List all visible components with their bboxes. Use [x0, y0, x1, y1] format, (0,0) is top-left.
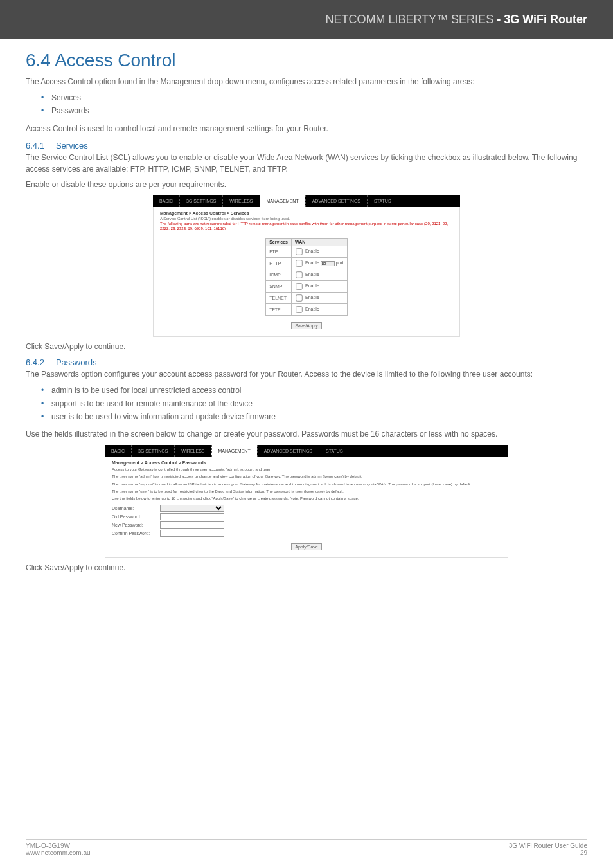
page-header-band: NETCOMM LIBERTY™ SERIES - 3G WiFi Router [0, 0, 613, 39]
subsection-642-heading: 6.4.2Passwords [26, 357, 587, 367]
intro2-text: Access Control is used to control local … [26, 123, 587, 134]
svc-name: TFTP [266, 304, 292, 316]
continue-text-1: Click Save/Apply to continue. [26, 342, 587, 351]
pw-p4: The user name "user" is to be used for r… [112, 489, 501, 494]
note-line1: A Service Control List ("SCL") enables o… [160, 217, 290, 221]
table-row: FTP Enable [266, 246, 348, 258]
services-screenshot: BASIC 3G SETTINGS WIRELESS MANAGEMENT AD… [153, 195, 460, 337]
enable-label: Enable [305, 284, 319, 289]
table-row: TFTP Enable [266, 304, 348, 316]
scl-note: A Service Control List ("SCL") enables o… [160, 217, 453, 231]
svc-name: TELNET [266, 293, 292, 304]
tab-bar: BASIC 3G SETTINGS WIRELESS MANAGEMENT AD… [153, 195, 460, 207]
bullet-item: admin is to be used for local unrestrict… [51, 384, 587, 397]
brand-left: NETCOMM LIBERTY™ SERIES [325, 13, 493, 26]
brand-text: NETCOMM LIBERTY™ SERIES - 3G WiFi Router [325, 13, 587, 26]
http-port-input[interactable] [321, 261, 335, 266]
username-label: Username: [112, 506, 160, 511]
enable-checkbox-telnet[interactable] [296, 294, 302, 301]
subsection-number: 6.4.1 [26, 141, 44, 150]
services-table: Services WAN FTP Enable HTTP Enable port… [265, 238, 348, 316]
tab-basic[interactable]: BASIC [153, 195, 179, 207]
apply-save-button[interactable]: Apply/Save [291, 543, 321, 550]
bullet-item: Services [51, 91, 587, 104]
svc-name: HTTP [266, 258, 292, 269]
table-row: SNMP Enable [266, 281, 348, 293]
tab-bar: BASIC 3G SETTINGS WIRELESS MANAGEMENT AD… [105, 445, 508, 457]
page-title: 6.4 Access Control [26, 50, 587, 71]
pw-p3: The user name "support" is used to allow… [112, 482, 501, 487]
enable-label: Enable [305, 273, 319, 277]
old-password-label: Old Password: [112, 514, 160, 519]
tab-management[interactable]: MANAGEMENT [260, 195, 305, 207]
brand-right: - 3G WiFi Router [497, 13, 587, 26]
tab-advanced-settings[interactable]: ADVANCED SETTINGS [257, 445, 319, 457]
footer-url: www.netcomm.com.au [26, 849, 91, 856]
confirm-password-input[interactable] [160, 530, 224, 537]
table-row: TELNET Enable [266, 293, 348, 304]
intro-text: The Access Control option found in the M… [26, 76, 587, 87]
port-label: port [336, 261, 344, 266]
bullet-item: Passwords [51, 104, 587, 117]
pw-p2: The user name "admin" has unrestricted a… [112, 474, 501, 479]
subsection-number: 6.4.2 [26, 357, 44, 367]
pw-p1: Access to your Gateway is controlled thr… [112, 467, 501, 472]
s641-p1: The Service Control List (SCL) allows yo… [26, 152, 587, 175]
page-footer: YML-O-3G19W www.netcomm.com.au 3G WiFi R… [26, 839, 587, 856]
svc-name: SNMP [266, 281, 292, 293]
note-warning: The following ports are not recommended … [160, 222, 448, 231]
tab-basic[interactable]: BASIC [105, 445, 131, 457]
tab-3g-settings[interactable]: 3G SETTINGS [179, 195, 222, 207]
tab-status[interactable]: STATUS [367, 195, 398, 207]
tab-status[interactable]: STATUS [319, 445, 350, 457]
new-password-label: New Password: [112, 523, 160, 527]
s642-bullets: admin is to be used for local unrestrict… [26, 384, 587, 423]
subsection-641-heading: 6.4.1Services [26, 141, 587, 150]
new-password-input[interactable] [160, 521, 224, 529]
subsection-name: Services [56, 141, 88, 150]
table-row: ICMP Enable [266, 269, 348, 281]
s641-p2: Enable or disable these options are per … [26, 179, 587, 190]
password-form: Username: Old Password: New Password: Co… [112, 505, 501, 537]
enable-checkbox-http[interactable] [296, 260, 302, 266]
bullet-item: user is to be used to view information a… [51, 410, 587, 423]
footer-page-number: 29 [509, 849, 587, 856]
svc-name: ICMP [266, 269, 292, 281]
tab-wireless[interactable]: WIRELESS [174, 445, 211, 457]
intro-bullets: Services Passwords [26, 91, 587, 118]
bullet-item: support is to be used for remote mainten… [51, 397, 587, 410]
continue-text-2: Click Save/Apply to continue. [26, 563, 587, 572]
enable-checkbox-snmp[interactable] [296, 283, 302, 289]
tab-3g-settings[interactable]: 3G SETTINGS [131, 445, 174, 457]
s642-p2: Use the fields illustrated in the screen… [26, 428, 587, 440]
footer-doc-id: YML-O-3G19W [26, 842, 91, 849]
enable-checkbox-icmp[interactable] [296, 271, 302, 278]
footer-doc-title: 3G WiFi Router User Guide [509, 842, 587, 849]
breadcrumb: Management > Access Control > Services [160, 211, 453, 215]
save-apply-button[interactable]: Save/Apply [291, 322, 321, 329]
confirm-password-label: Confirm Password: [112, 531, 160, 536]
enable-checkbox-tftp[interactable] [296, 306, 302, 312]
svc-name: FTP [266, 246, 292, 258]
username-select[interactable] [160, 505, 224, 512]
breadcrumb: Management > Access Control > Passwords [112, 460, 501, 465]
tab-advanced-settings[interactable]: ADVANCED SETTINGS [305, 195, 367, 207]
tab-wireless[interactable]: WIRELESS [222, 195, 259, 207]
th-wan: WAN [292, 239, 348, 246]
enable-label: Enable [305, 249, 319, 254]
tab-management[interactable]: MANAGEMENT [211, 445, 257, 457]
s642-p1: The Passwords option configures your acc… [26, 368, 587, 380]
enable-label: Enable [305, 261, 319, 266]
passwords-screenshot: BASIC 3G SETTINGS WIRELESS MANAGEMENT AD… [105, 445, 508, 557]
enable-label: Enable [305, 307, 319, 312]
enable-checkbox-ftp[interactable] [296, 248, 302, 255]
table-row: HTTP Enable port [266, 258, 348, 269]
pw-p5: Use the fields below to enter up to 16 c… [112, 496, 501, 501]
enable-label: Enable [305, 296, 319, 300]
th-services: Services [266, 239, 292, 246]
subsection-name: Passwords [56, 357, 97, 367]
old-password-input[interactable] [160, 513, 224, 520]
